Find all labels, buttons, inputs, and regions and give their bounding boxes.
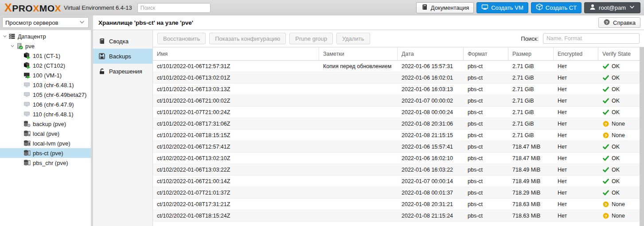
- column-header-формат[interactable]: Формат: [464, 47, 508, 60]
- toolbar-button-prune-group[interactable]: Prune group: [289, 33, 333, 44]
- filter-input[interactable]: [543, 33, 640, 44]
- cell-format: pbs-ct: [464, 164, 508, 175]
- tree-item-label: 103 (chr-6.48.1): [33, 82, 74, 88]
- column-header-заметки[interactable]: Заметки: [319, 47, 398, 60]
- backup-row[interactable]: ct/102/2022-01-06T13:02:10Z2022-01-06 16…: [153, 153, 644, 164]
- tree-item-110-chr-6-48-1[interactable]: 110 (chr-6.48.1): [0, 109, 91, 119]
- tree-item-label: pbs_chr (pve): [33, 160, 68, 166]
- column-header-размер[interactable]: Размер: [508, 47, 554, 60]
- column-header-имя[interactable]: Имя: [153, 47, 319, 60]
- cell-verify-state: ?None: [598, 118, 644, 129]
- cell-verify-state: OK: [598, 153, 644, 164]
- backup-row[interactable]: ct/101/2022-01-06T13:02:01Z2022-01-06 16…: [153, 72, 644, 84]
- expander-icon[interactable]: [2, 34, 8, 38]
- create-ct-button[interactable]: Создать CT: [531, 2, 582, 13]
- tree-item-101-ct-1[interactable]: 101 (CT-1): [0, 51, 91, 61]
- cell-verify-state: OK: [598, 95, 644, 106]
- backup-row[interactable]: ct/102/2022-01-06T21:00:14Z2022-01-07 00…: [153, 176, 644, 187]
- cell-verify-state: ?None: [598, 210, 644, 221]
- cell-format: pbs-ct: [464, 141, 508, 152]
- cell-encrypted: Нет: [554, 130, 598, 141]
- verify-none-icon: ?: [602, 212, 609, 219]
- book-icon: [98, 38, 105, 45]
- create-vm-label: Создать VM: [491, 4, 523, 11]
- backup-row[interactable]: ct/101/2022-01-07T21:00:24Z2022-01-08 00…: [153, 107, 644, 118]
- cell-encrypted: Нет: [554, 107, 598, 118]
- cell-date: 2022-01-08 20:31:06: [398, 118, 464, 129]
- tree-item-датацентр[interactable]: Датацентр: [0, 31, 91, 41]
- column-header-verify-state[interactable]: Verify State: [598, 47, 644, 60]
- create-vm-button[interactable]: Создать VM: [476, 2, 528, 13]
- backup-row[interactable]: ct/101/2022-01-06T12:57:31ZКопия перед о…: [153, 61, 644, 72]
- backup-row[interactable]: ct/101/2022-01-06T13:03:13Z2022-01-06 16…: [153, 84, 644, 95]
- toolbar-button-восстановить[interactable]: Восстановить: [157, 33, 206, 44]
- tab-backups[interactable]: Backups: [93, 49, 152, 64]
- cell-name: ct/102/2022-01-06T21:00:14Z: [153, 176, 319, 187]
- logo-letter: X: [55, 3, 62, 14]
- tree-item-backup-pve[interactable]: ?backup (pve): [0, 119, 91, 129]
- tree-item-106-chr-6-47-9[interactable]: 106 (chr-6.47.9): [0, 100, 91, 109]
- tree-item-pbs-ct-pve[interactable]: pbs-ct (pve): [0, 148, 91, 158]
- tree-item-100-vm-1[interactable]: 100 (VM-1): [0, 70, 91, 80]
- cell-notes: [319, 141, 398, 152]
- backups-toolbar: ВосстановитьПоказать конфигурациюPrune g…: [153, 30, 644, 47]
- verify-state-label: OK: [612, 190, 620, 196]
- backup-row[interactable]: ct/102/2022-01-07T21:01:37Z2022-01-08 00…: [153, 187, 644, 199]
- cell-verify-state: OK: [598, 141, 644, 152]
- cell-size: 718.49 MiB: [508, 176, 554, 187]
- verify-state-label: None: [612, 121, 625, 127]
- cube-icon: [536, 4, 543, 12]
- verify-state-label: OK: [612, 155, 620, 161]
- help-icon: ?: [603, 19, 610, 27]
- cell-format: pbs-ct: [464, 153, 508, 164]
- expander-icon[interactable]: [9, 44, 16, 48]
- column-header-encrypted[interactable]: Encrypted: [554, 47, 598, 60]
- tree-item-local-pve[interactable]: local (pve): [0, 129, 91, 138]
- cell-notes: [319, 72, 398, 83]
- verify-state-label: OK: [612, 63, 620, 69]
- documentation-button[interactable]: Документация: [416, 2, 474, 13]
- tree-item-pbs-chr-pve[interactable]: pbs_chr (pve): [0, 158, 91, 168]
- tree-item-103-chr-6-48-1[interactable]: 103 (chr-6.48.1): [0, 80, 91, 90]
- cell-encrypted: Нет: [554, 210, 598, 221]
- verify-none-icon: ?: [602, 120, 609, 127]
- version-label: Virtual Environment 6.4-13: [64, 4, 132, 11]
- tree-item-label: backup (pve): [33, 121, 66, 127]
- help-button[interactable]: ? Справка: [598, 17, 640, 28]
- tree-item-label: local (pve): [33, 130, 59, 137]
- cell-notes: [319, 107, 398, 118]
- column-header-дата[interactable]: Дата: [398, 47, 464, 60]
- cell-date: 2022-01-08 00:00:24: [398, 107, 464, 118]
- toolbar-button-показать-конфигурацию[interactable]: Показать конфигурацию: [209, 33, 286, 44]
- verify-ok-icon: [602, 178, 609, 185]
- toolbar-button-удалить[interactable]: Удалить: [336, 33, 370, 44]
- tab-сводка[interactable]: Сводка: [93, 34, 152, 49]
- cell-size: 2.71 GiB: [508, 72, 554, 83]
- cell-encrypted: Нет: [554, 118, 598, 129]
- cell-verify-state: OK: [598, 176, 644, 187]
- backup-row[interactable]: ct/102/2022-01-06T12:57:41Z2022-01-06 15…: [153, 141, 644, 153]
- backup-row[interactable]: ct/102/2022-01-08T18:15:24Z2022-01-08 21…: [153, 210, 644, 222]
- cell-format: pbs-ct: [464, 176, 508, 187]
- cell-verify-state: ?None: [598, 199, 644, 210]
- backup-row[interactable]: ct/101/2022-01-08T17:31:06Z2022-01-08 20…: [153, 118, 644, 130]
- cell-encrypted: Нет: [554, 95, 598, 106]
- tab-разрешения[interactable]: Разрешения: [93, 64, 152, 79]
- tab-label: Backups: [109, 53, 131, 60]
- user-menu-button[interactable]: root@pam: [584, 2, 640, 13]
- tree-item-102-ct102[interactable]: 102 (CT102): [0, 61, 91, 70]
- tree-item-105-chr-6-49beta27[interactable]: 105 (chr-6.49beta27): [0, 90, 91, 100]
- server-view-select[interactable]: Просмотр серверов: [2, 17, 89, 28]
- tree-item-pve[interactable]: pve: [0, 41, 91, 51]
- vertical-scrollbar[interactable]: [640, 47, 644, 226]
- cell-size: 718.63 MiB: [508, 210, 554, 221]
- global-search-input[interactable]: [137, 3, 211, 13]
- backup-row[interactable]: ct/101/2022-01-08T18:15:15Z2022-01-08 21…: [153, 130, 644, 141]
- user-icon: [589, 4, 596, 12]
- backup-row[interactable]: ct/101/2022-01-06T21:00:02Z2022-01-07 00…: [153, 95, 644, 107]
- tree-item-local-lvm-pve[interactable]: local-lvm (pve): [0, 138, 91, 148]
- backup-row[interactable]: ct/102/2022-01-06T13:03:22Z2022-01-06 16…: [153, 164, 644, 176]
- backup-row[interactable]: ct/102/2022-01-08T17:31:21Z2022-01-08 20…: [153, 199, 644, 210]
- vm-running-icon: [23, 72, 31, 79]
- cell-name: ct/102/2022-01-06T13:02:10Z: [153, 153, 319, 164]
